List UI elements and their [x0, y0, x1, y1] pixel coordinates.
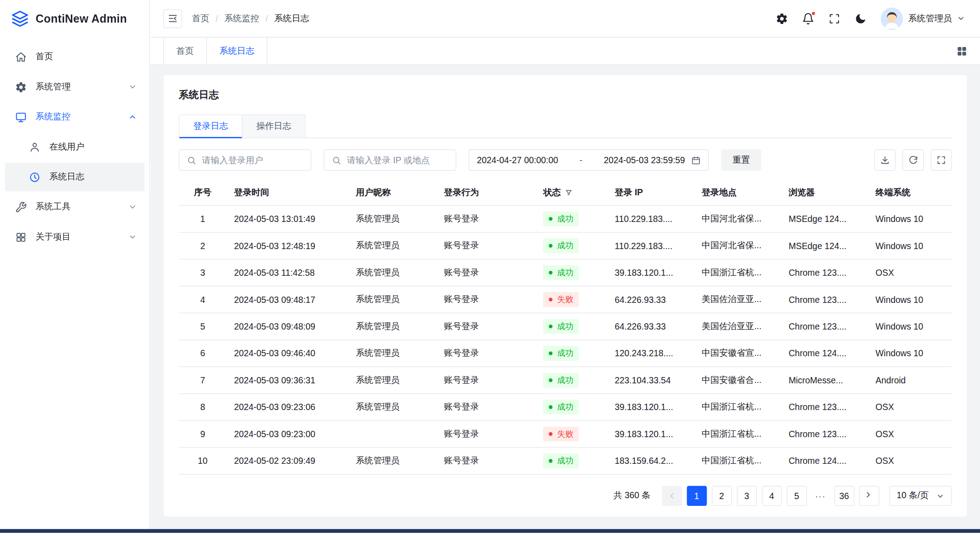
fullscreen-icon[interactable]	[828, 12, 841, 25]
table-row[interactable]: 9 2024-05-03 09:23:00 账号登录 失败 39.183.120…	[179, 421, 952, 448]
filter-funnel-icon[interactable]	[565, 189, 573, 196]
cell-index: 5	[179, 321, 227, 331]
cell-ip: 64.226.93.33	[607, 321, 694, 331]
cell-browser: MSEdge 124...	[781, 214, 868, 224]
reset-button[interactable]: 重置	[721, 150, 761, 171]
cell-index: 6	[179, 348, 227, 358]
table-body: 1 2024-05-03 13:01:49 系统管理员 账号登录 成功 110.…	[179, 206, 952, 475]
col-ip: 登录 IP	[607, 187, 694, 198]
clock-icon	[29, 171, 41, 183]
cell-login-time: 2024-05-02 23:09:49	[226, 456, 348, 466]
cell-login-time: 2024-05-03 09:48:09	[226, 321, 348, 331]
sidebar-item-system-log[interactable]: 系统日志	[5, 163, 144, 192]
breadcrumb-item[interactable]: 首页	[192, 13, 210, 24]
sidebar-item-about-project[interactable]: 关于项目	[5, 222, 144, 251]
main-area: 首页 / 系统监控 / 系统日志	[150, 0, 980, 529]
chevron-left-icon[interactable]	[661, 486, 681, 506]
avatar	[881, 7, 903, 30]
page-button[interactable]: 4	[762, 486, 782, 506]
refresh-icon[interactable]	[902, 150, 924, 171]
tab-system-log[interactable]: 系统日志	[207, 38, 267, 64]
cell-login-time: 2024-05-03 09:46:40	[226, 348, 348, 358]
cell-nickname: 系统管理员	[348, 267, 436, 278]
page-button-last[interactable]: 36	[834, 486, 854, 506]
breadcrumb-item[interactable]: 系统监控	[224, 13, 259, 24]
status-dot-icon	[549, 244, 553, 247]
download-icon[interactable]	[874, 150, 896, 171]
search-icon	[332, 156, 342, 165]
cell-index: 4	[179, 295, 227, 305]
table-row[interactable]: 5 2024-05-03 09:48:09 系统管理员 账号登录 成功 64.2…	[179, 313, 952, 340]
expand-icon[interactable]	[931, 150, 952, 171]
cell-os: Windows 10	[868, 348, 952, 358]
status-badge: 成功	[543, 373, 579, 387]
page-button[interactable]: 3	[736, 486, 756, 506]
table-row[interactable]: 3 2024-05-03 11:42:58 系统管理员 账号登录 成功 39.1…	[179, 259, 952, 286]
user-menu[interactable]: 系统管理员	[881, 7, 965, 30]
cell-login-time: 2024-05-03 09:23:06	[226, 402, 348, 412]
filter-bar: 2024-04-27 00:00:00 - 2024-05-03 23:59:5…	[179, 150, 952, 171]
login-user-search[interactable]	[179, 150, 311, 171]
tab-operation-log[interactable]: 操作日志	[242, 114, 305, 137]
tab-home[interactable]: 首页	[163, 38, 207, 64]
pagination-ellipsis[interactable]: ···	[811, 491, 829, 501]
login-ip-input[interactable]	[347, 155, 448, 165]
apps-icon	[15, 231, 27, 243]
table-row[interactable]: 10 2024-05-02 23:09:49 系统管理员 账号登录 成功 183…	[179, 448, 952, 474]
cell-nickname: 系统管理员	[348, 213, 436, 225]
col-browser: 浏览器	[781, 187, 868, 198]
gear-icon	[15, 81, 27, 93]
table-row[interactable]: 7 2024-05-03 09:36:31 系统管理员 账号登录 成功 223.…	[179, 367, 952, 394]
gear-icon[interactable]	[776, 12, 788, 25]
bottom-taskbar-strip	[0, 529, 980, 533]
cell-login-time: 2024-05-03 13:01:49	[226, 214, 348, 224]
cell-ip: 39.183.120.1...	[607, 268, 694, 278]
status-label: 成功	[557, 375, 573, 386]
sidebar-item-online-users[interactable]: 在线用户	[5, 132, 144, 161]
sidebar-item-system-management[interactable]: 系统管理	[5, 72, 144, 101]
status-badge: 成功	[543, 400, 579, 415]
status-label: 成功	[557, 213, 573, 225]
brand[interactable]: ContiNew Admin	[0, 0, 150, 38]
chevron-up-icon	[128, 113, 137, 121]
date-range-picker[interactable]: 2024-04-27 00:00:00 - 2024-05-03 23:59:5…	[469, 150, 708, 171]
sidebar-item-system-monitor[interactable]: 系统监控	[5, 103, 144, 132]
status-label: 成功	[557, 348, 573, 359]
login-ip-search[interactable]	[324, 150, 456, 171]
brand-logo-icon	[11, 10, 29, 28]
chevron-right-icon[interactable]	[859, 486, 879, 506]
cell-action: 账号登录	[436, 348, 536, 359]
table-row[interactable]: 4 2024-05-03 09:48:17 系统管理员 账号登录 失败 64.2…	[179, 287, 952, 313]
page-button[interactable]: 5	[787, 486, 807, 506]
status-badge: 成功	[543, 319, 579, 334]
sidebar-item-label: 首页	[36, 51, 137, 62]
bell-icon[interactable]	[802, 12, 815, 25]
pagination: 共 360 条 1 2 3 4 5 ··· 36 10 条/页	[179, 486, 952, 506]
login-user-input[interactable]	[202, 155, 303, 165]
cell-status: 失败	[536, 292, 607, 307]
status-label: 成功	[557, 240, 573, 251]
cell-os: OSX	[868, 456, 952, 466]
cell-os: OSX	[868, 268, 952, 278]
col-nickname: 用户昵称	[348, 187, 436, 198]
menu-fold-icon[interactable]	[163, 9, 182, 28]
page-tabbar: 首页 系统日志	[150, 38, 980, 65]
page-button[interactable]: 2	[712, 486, 731, 506]
cell-action: 账号登录	[436, 213, 536, 225]
sidebar-item-system-tools[interactable]: 系统工具	[5, 193, 144, 222]
grid-layout-icon[interactable]	[956, 38, 980, 64]
table-row[interactable]: 8 2024-05-03 09:23:06 系统管理员 账号登录 成功 39.1…	[179, 394, 952, 420]
page-size-select[interactable]: 10 条/页	[889, 486, 952, 506]
page-button[interactable]: 1	[687, 486, 707, 506]
cell-ip: 223.104.33.54	[607, 375, 694, 385]
tab-login-log[interactable]: 登录日志	[179, 114, 243, 137]
moon-icon[interactable]	[854, 12, 867, 25]
table-row[interactable]: 2 2024-05-03 12:48:19 系统管理员 账号登录 成功 110.…	[179, 233, 952, 259]
cell-index: 2	[179, 241, 227, 251]
status-dot-icon	[549, 297, 553, 301]
table-row[interactable]: 1 2024-05-03 13:01:49 系统管理员 账号登录 成功 110.…	[179, 206, 952, 232]
breadcrumb-item-current: 系统日志	[274, 13, 309, 24]
status-label: 失败	[557, 429, 573, 440]
sidebar-item-home[interactable]: 首页	[5, 42, 144, 71]
table-row[interactable]: 6 2024-05-03 09:46:40 系统管理员 账号登录 成功 120.…	[179, 340, 952, 367]
